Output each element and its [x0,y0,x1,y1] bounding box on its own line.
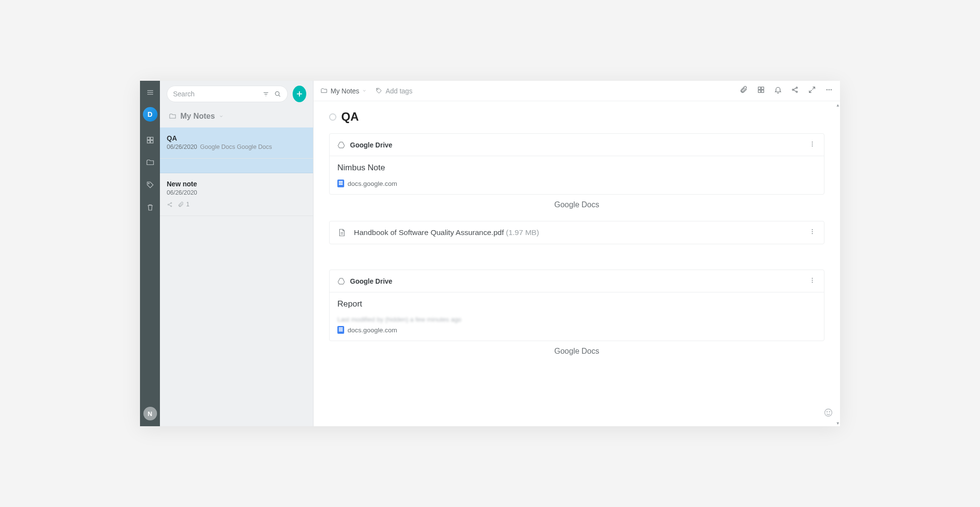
left-rail: D N [140,81,160,426]
share-icon [167,201,173,208]
embed-link[interactable]: docs.google.com [337,326,816,334]
svg-point-38 [812,145,813,146]
selection-spacer [160,159,313,173]
smiley-icon [823,408,833,417]
embed-source: Google Drive [350,277,392,285]
folders-button[interactable] [142,155,158,170]
svg-point-50 [829,412,830,412]
svg-point-7 [148,183,149,184]
embed-url: docs.google.com [348,180,397,187]
svg-point-42 [812,231,813,232]
embed-caption: Google Docs [329,195,824,221]
svg-point-11 [275,91,279,95]
google-docs-icon [337,326,344,334]
google-drive-icon [337,141,345,149]
more-button[interactable] [825,86,833,96]
main-panel: My Notes Add tags ▴ ▾ [314,81,840,426]
more-vertical-icon [808,276,816,284]
embed-url: docs.google.com [348,326,397,334]
svg-line-29 [794,90,796,91]
svg-rect-24 [761,90,764,92]
svg-rect-4 [150,137,153,140]
expand-icon [808,86,816,94]
svg-point-20 [377,89,378,90]
grid-icon [146,136,155,145]
svg-rect-5 [147,141,150,143]
svg-point-45 [812,277,813,278]
embed-card: Google Drive Report Last modified by (hi… [329,270,824,341]
search-field[interactable] [167,86,288,102]
breadcrumb-label: My Notes [331,87,359,95]
reminder-button[interactable] [774,86,782,96]
google-drive-icon [337,277,345,285]
note-list-item[interactable]: New note 06/26/2020 1 [160,173,313,216]
user-avatar[interactable]: N [143,407,157,420]
embed-card: Google Drive Nimbus Note docs.google.com [329,133,824,195]
more-horizontal-icon [825,86,833,94]
card-menu-button[interactable] [808,140,816,150]
file-attachment[interactable]: Handbook of Software Quality Assurance.p… [329,221,824,244]
expand-button[interactable] [808,86,816,96]
tag-icon [146,181,155,189]
svg-point-43 [812,233,813,234]
plus-icon [295,90,304,98]
trash-icon [146,203,155,212]
note-topbar: My Notes Add tags [314,81,840,101]
embed-caption: Google Docs [329,341,824,367]
google-docs-icon [337,180,344,187]
embed-title: Nimbus Note [337,163,816,173]
folder-icon [320,87,328,94]
note-title: New note [167,180,306,188]
attach-button[interactable] [740,86,748,96]
new-note-button[interactable] [293,86,306,102]
svg-rect-21 [758,87,761,90]
emoji-picker-button[interactable] [823,408,833,419]
breadcrumb-folder[interactable]: My Notes [320,87,367,95]
svg-line-12 [279,95,280,96]
tag-icon [375,87,383,94]
share-button[interactable] [791,86,799,96]
blocks-button[interactable] [757,86,765,96]
more-vertical-icon [808,228,816,235]
paperclip-icon [740,86,748,94]
svg-point-41 [812,229,813,230]
file-menu-button[interactable] [808,228,816,237]
filter-icon[interactable] [262,90,270,98]
svg-line-30 [812,87,815,90]
note-list-item[interactable]: QA 06/26/2020 Google Docs Google Docs [160,127,313,159]
svg-marker-44 [338,278,344,284]
dashboard-button[interactable] [142,132,158,148]
svg-point-15 [168,204,169,205]
folder-icon [169,112,176,120]
note-date: 06/26/2020 [167,144,197,150]
svg-point-46 [812,279,813,280]
svg-line-18 [169,203,171,204]
trash-button[interactable] [142,199,158,215]
svg-point-32 [826,89,827,90]
svg-line-19 [169,205,171,206]
svg-rect-6 [150,141,153,143]
svg-point-27 [796,91,798,92]
share-icon [791,86,799,94]
document-title[interactable]: QA [341,110,359,124]
svg-point-17 [171,205,172,206]
notes-sidebar: My Notes QA 06/26/2020 Google Docs Googl… [160,81,314,426]
workspace-avatar[interactable]: D [143,107,158,122]
svg-line-31 [809,90,812,92]
grid-icon [757,86,765,94]
note-content[interactable]: QA Google Drive Nimbus Note docs.google.… [314,101,840,426]
search-icon[interactable] [274,90,281,98]
todo-checkbox[interactable] [329,113,336,121]
add-tags-label: Add tags [385,87,412,95]
note-date: 06/26/2020 [167,189,197,196]
svg-point-48 [825,409,832,416]
folder-icon [146,158,155,167]
folder-selector[interactable]: My Notes [160,107,313,127]
embed-link[interactable]: docs.google.com [337,180,816,187]
card-menu-button[interactable] [808,276,816,286]
search-input[interactable] [173,90,258,98]
add-tags-button[interactable]: Add tags [375,87,412,95]
tags-button[interactable] [142,177,158,193]
svg-point-37 [812,143,813,144]
hamburger-menu-button[interactable] [142,85,158,100]
